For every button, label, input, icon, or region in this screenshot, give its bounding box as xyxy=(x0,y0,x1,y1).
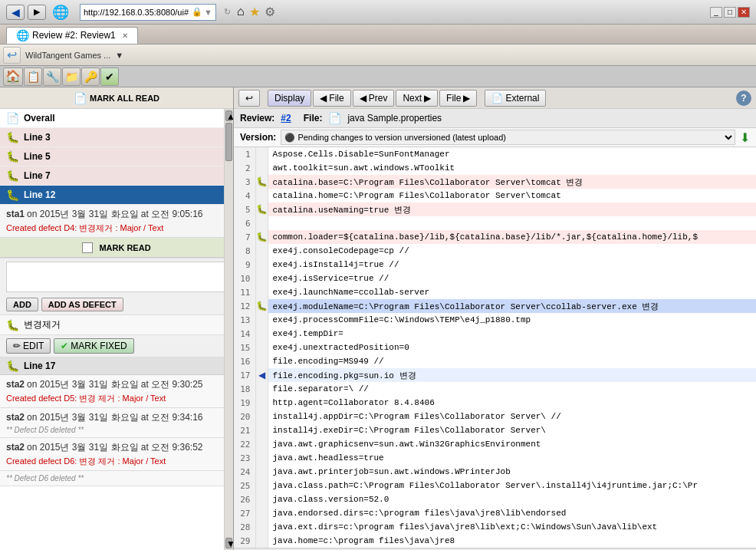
review-item-line3[interactable]: 🐛 Line 3 xyxy=(0,128,233,147)
toolbar-icon-6[interactable]: ✔ xyxy=(100,68,119,86)
line-number-18: 18 xyxy=(234,382,255,396)
app-back-button[interactable]: ↩ xyxy=(3,47,21,64)
line-marker-19 xyxy=(255,396,268,410)
review-item-line7[interactable]: 🐛 Line 7 xyxy=(0,166,233,186)
review-label: Review: xyxy=(240,113,274,124)
line-marker-8 xyxy=(255,244,268,258)
version-select[interactable]: ⚫ Pending changes to version unversioned… xyxy=(281,130,735,145)
favorites-icon[interactable]: ★ xyxy=(249,5,260,19)
address-bar[interactable]: http://192.168.0.35:8080/ui# 🔒 ▼ xyxy=(80,4,216,21)
code-line-5[interactable]: 5🐛catalina.useNaming=true 변경 xyxy=(234,203,756,216)
maximize-button[interactable]: □ xyxy=(724,7,736,18)
code-line-27[interactable]: 27java.endorsed.dirs=c:\program files\ja… xyxy=(234,506,756,520)
code-line-16[interactable]: 16file.encoding=MS949 // xyxy=(234,354,756,368)
file-next-button[interactable]: File ▶ xyxy=(439,90,477,107)
home-icon[interactable]: ⌂ xyxy=(237,5,245,19)
close-button[interactable]: ✕ xyxy=(738,7,750,18)
file-prev-button[interactable]: ◀ File xyxy=(313,90,350,107)
version-download-icon[interactable]: ⬇ xyxy=(740,130,750,145)
mark-read-label[interactable]: MARK READ xyxy=(99,243,150,252)
code-line-15[interactable]: 15exe4j.unextractedPosition=0 xyxy=(234,341,756,354)
forward-button[interactable]: ▶ xyxy=(28,5,46,20)
minimize-button[interactable]: _ xyxy=(710,7,722,18)
code-line-9[interactable]: 9exe4j.isInstall4j=true // xyxy=(234,258,756,272)
comment-textarea[interactable] xyxy=(6,262,227,292)
toolbar-icon-4[interactable]: 📁 xyxy=(62,68,81,86)
code-line-25[interactable]: 25java.class.path=C:\Program Files\Colla… xyxy=(234,479,756,492)
mark-read-checkbox[interactable] xyxy=(82,242,93,253)
line-marker-13 xyxy=(255,313,268,327)
toolbar-icon-5[interactable]: 🔑 xyxy=(81,68,100,86)
line-marker-24 xyxy=(255,465,268,479)
code-line-1[interactable]: 1Aspose.Cells.Disable=SunFontManager xyxy=(234,147,756,161)
main-container: 📄 MARK ALL READ 📄 Overall 🐛 Line 3 🐛 Lin… xyxy=(0,87,756,550)
code-line-7[interactable]: 7🐛common.loader=${catalina.base}/lib,${c… xyxy=(234,230,756,244)
left-scrollbar[interactable]: ▲ ▼ xyxy=(224,109,233,550)
code-line-20[interactable]: 20install4j.appDir=C:\Program Files\Coll… xyxy=(234,410,756,423)
line-marker-27 xyxy=(255,506,268,520)
mark-all-read-bar[interactable]: 📄 MARK ALL READ xyxy=(0,87,233,109)
code-line-22[interactable]: 22java.awt.graphicsenv=sun.awt.Win32Grap… xyxy=(234,437,756,451)
prev-label: Prev xyxy=(369,93,388,104)
back-review-button[interactable]: ↩ xyxy=(238,90,260,107)
code-line-8[interactable]: 8exe4j.consoleCodepage=cp // xyxy=(234,244,756,258)
code-area[interactable]: 1Aspose.Cells.Disable=SunFontManager2awt… xyxy=(234,147,756,550)
line-marker-3: 🐛 xyxy=(255,175,268,189)
defect-bug-icon: 🐛 xyxy=(6,319,19,331)
review-num[interactable]: #2 xyxy=(281,113,291,124)
add-defect-button[interactable]: ADD AS DEFECT xyxy=(41,298,123,311)
review-item-overall[interactable]: 📄 Overall xyxy=(0,109,233,128)
code-line-23[interactable]: 23java.awt.headless=true xyxy=(234,451,756,465)
code-line-18[interactable]: 18file.separator=\ // xyxy=(234,382,756,396)
code-line-3[interactable]: 3🐛catalina.base=C:\Program Files\Collabo… xyxy=(234,175,756,189)
edit-icon: ✏ xyxy=(13,341,21,351)
main-toolbar: ↩ WildTangent Games ... ▼ xyxy=(0,44,756,66)
code-line-24[interactable]: 24java.awt.printerjob=sun.awt.windows.WP… xyxy=(234,465,756,479)
toolbar-icon-3[interactable]: 🔧 xyxy=(43,68,61,86)
tab-close-button[interactable]: ✕ xyxy=(122,31,128,40)
code-line-13[interactable]: 13exe4j.processCommFile=C:\Windows\TEMP\… xyxy=(234,313,756,327)
line17-defect3: Created defect D6: 변경 제거 : Major / Text xyxy=(6,456,227,467)
toolbar-icon-1[interactable]: 🏠 xyxy=(3,68,23,86)
line12-author: sta1 xyxy=(6,209,25,219)
dropdown-arrow[interactable]: ▼ xyxy=(115,51,123,60)
info-button[interactable]: ? xyxy=(736,91,751,106)
toolbar-icon-2[interactable]: 📋 xyxy=(24,68,42,86)
line-code-1: Aspose.Cells.Disable=SunFontManager xyxy=(268,147,756,161)
scroll-thumb[interactable] xyxy=(225,123,232,161)
scroll-up-button[interactable]: ▲ xyxy=(225,110,232,121)
settings-icon[interactable]: ⚙ xyxy=(265,5,275,19)
scroll-down-button[interactable]: ▼ xyxy=(225,538,232,548)
code-line-21[interactable]: 21install4j.exeDir=C:\Program Files\Coll… xyxy=(234,423,756,437)
line17-header[interactable]: 🐛 Line 17 xyxy=(0,357,233,375)
code-line-2[interactable]: 2awt.toolkit=sun.awt.windows.WToolkit xyxy=(234,161,756,175)
code-line-26[interactable]: 26java.class.version=52.0 xyxy=(234,492,756,506)
refresh-icon[interactable]: ↻ xyxy=(224,7,231,17)
code-line-19[interactable]: 19http.agent=Collaborator 8.4.8406 xyxy=(234,396,756,410)
code-line-10[interactable]: 10exe4j.isService=true // xyxy=(234,272,756,285)
active-tab[interactable]: 🌐 Review #2: Review1 ✕ xyxy=(6,27,138,44)
review-item-line12[interactable]: 🐛 Line 12 xyxy=(0,186,233,205)
code-line-29[interactable]: 29java.home=c:\program files\java\jre8 xyxy=(234,534,756,548)
next-button[interactable]: Next ▶ xyxy=(396,90,438,107)
left-scroll[interactable]: 📄 Overall 🐛 Line 3 🐛 Line 5 🐛 Line 7 🐛 xyxy=(0,109,233,550)
browser-titlebar: ◀ ▶ 🌐 http://192.168.0.35:8080/ui# 🔒 ▼ ↻… xyxy=(0,0,756,25)
add-button[interactable]: ADD xyxy=(6,298,38,311)
display-button[interactable]: Display xyxy=(268,90,311,107)
back-button[interactable]: ◀ xyxy=(6,5,25,20)
code-line-28[interactable]: 28java.ext.dirs=c:\program files\java\jr… xyxy=(234,520,756,534)
code-line-17[interactable]: 17◀file.encoding.pkg=sun.io 변경 xyxy=(234,368,756,382)
mark-read-bar[interactable]: MARK READ xyxy=(0,238,233,258)
code-line-11[interactable]: 11exe4j.launchName=ccollab-server xyxy=(234,285,756,299)
edit-button[interactable]: ✏ EDIT xyxy=(6,338,51,354)
mark-fixed-button[interactable]: ✔ MARK FIXED xyxy=(54,338,133,354)
line-marker-7: 🐛 xyxy=(255,230,268,244)
line12-date: on xyxy=(27,209,40,219)
prev-button[interactable]: ◀ Prev xyxy=(353,90,395,107)
external-button[interactable]: 📄 External xyxy=(485,90,546,107)
code-line-6[interactable]: 6 xyxy=(234,216,756,230)
code-line-4[interactable]: 4catalina.home=C:\Program Files\Collabor… xyxy=(234,189,756,203)
code-line-14[interactable]: 14exe4j.tempDir= xyxy=(234,327,756,341)
review-item-line5[interactable]: 🐛 Line 5 xyxy=(0,147,233,166)
code-line-12[interactable]: 12🐛exe4j.moduleName=C:\Program Files\Col… xyxy=(234,299,756,313)
